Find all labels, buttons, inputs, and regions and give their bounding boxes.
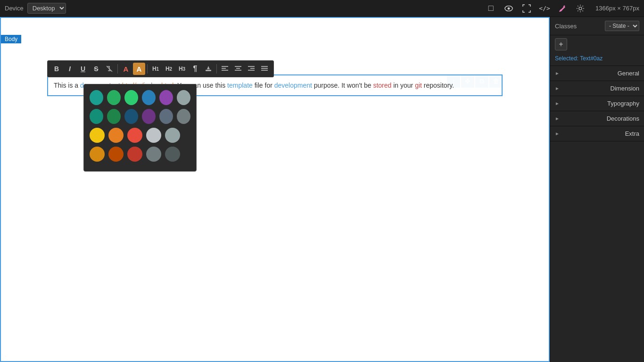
highlight-button[interactable] [202,63,215,75]
svg-point-3 [579,7,582,10]
classes-label: Classes [555,23,577,30]
color-swatch[interactable] [124,109,138,124]
selected-label: Selected: [555,55,578,62]
canvas-inner: Body B I U S A A H1 H2 H3 ¶ [1,18,549,361]
code-icon[interactable]: </> [538,2,551,15]
typography-arrow-icon: ► [555,101,560,106]
sidebar-section-typography: ► Typography [550,96,644,111]
color-swatch[interactable] [108,147,124,162]
selected-info: Selected: Text#0az [550,53,644,66]
sidebar-add-button[interactable]: + [555,38,567,50]
sidebar-typography-header[interactable]: ► Typography [550,96,644,111]
svg-rect-5 [206,70,211,71]
sidebar-section-extra: ► Extra [550,126,644,141]
sidebar-dimension-header[interactable]: ► Dimension [550,81,644,96]
canvas-area[interactable]: Body B I U S A A H1 H2 H3 ¶ [0,17,550,362]
color-swatch[interactable] [165,147,180,162]
dimension-label: Dimension [611,85,639,92]
color-swatch[interactable] [127,128,142,143]
color-swatch[interactable] [177,109,190,124]
color-swatch[interactable] [90,128,105,143]
color-row-2 [90,109,190,124]
device-select[interactable]: Desktop Tablet Mobile [27,3,66,14]
device-label: Device [5,5,24,12]
fullscreen-icon[interactable] [520,2,533,15]
h2-button[interactable]: H2 [163,63,175,75]
settings-icon[interactable] [574,2,587,15]
color-swatch[interactable] [90,90,103,105]
selected-value: Text#0az [580,55,603,62]
align-center-button[interactable] [232,63,244,75]
eye-icon[interactable] [502,2,515,15]
sidebar-decorations-header[interactable]: ► Decorations [550,111,644,126]
color-row-1 [90,90,190,105]
body-badge: Body [1,35,21,43]
align-left-button[interactable] [219,63,231,75]
extra-arrow-icon: ► [555,131,560,136]
main-layout: Body B I U S A A H1 H2 H3 ¶ [0,17,644,362]
h1-button[interactable]: H1 [149,63,162,75]
dimension-arrow-icon: ► [555,86,560,91]
resolution-display: 1366px × 767px [595,5,639,12]
color-swatch[interactable] [142,109,156,124]
topbar-icons: □ </> 1366px × 767px [484,2,639,15]
no-format-button[interactable] [103,63,116,75]
right-sidebar: Classes - State - hover active focus + S… [550,17,644,362]
color-swatch[interactable] [146,147,161,162]
sidebar-header: Classes - State - hover active focus [550,17,644,35]
topbar-left: Device Desktop Tablet Mobile [5,3,66,14]
sidebar-general-header[interactable]: ► General [550,66,644,81]
color-row-4 [90,147,190,162]
color-swatch[interactable] [108,128,124,143]
italic-button[interactable]: I [64,63,76,75]
typography-label: Typography [607,100,639,107]
general-arrow-icon: ► [555,71,560,76]
square-icon[interactable]: □ [484,2,497,15]
underline-button[interactable]: U [77,63,89,75]
color-swatch[interactable] [165,128,180,143]
state-dropdown[interactable]: - State - hover active focus [605,21,639,31]
svg-point-1 [508,7,510,9]
color-picker-popup [83,84,197,172]
color-swatch[interactable] [146,128,161,143]
color-row-3 [90,128,190,143]
strikethrough-button[interactable]: S [90,63,102,75]
sidebar-section-decorations: ► Decorations [550,111,644,126]
bold-button[interactable]: B [50,63,63,75]
color-swatch[interactable] [107,90,121,105]
color-swatch[interactable] [177,90,190,105]
brush-icon[interactable] [556,2,569,15]
color-swatch[interactable] [159,109,173,124]
font-bg-button[interactable]: A [133,63,145,75]
paragraph-button[interactable]: ¶ [189,63,201,75]
sidebar-extra-header[interactable]: ► Extra [550,126,644,141]
sidebar-section-dimension: ► Dimension [550,81,644,96]
extra-label: Extra [625,130,639,137]
color-swatch[interactable] [124,90,138,105]
align-right-button[interactable] [245,63,257,75]
color-swatch[interactable] [142,90,156,105]
color-swatch[interactable] [159,90,173,105]
color-swatch[interactable] [90,147,105,162]
general-label: General [618,70,639,77]
decorations-label: Decorations [607,115,639,122]
color-swatch[interactable] [127,147,142,162]
decorations-arrow-icon: ► [555,116,560,121]
font-color-button[interactable]: A [120,63,132,75]
justify-button[interactable] [258,63,271,75]
color-swatch[interactable] [107,109,121,124]
sidebar-section-general: ► General [550,66,644,81]
topbar: Device Desktop Tablet Mobile □ </> 1366p… [0,0,644,17]
h3-button[interactable]: H3 [176,63,188,75]
text-toolbar: B I U S A A H1 H2 H3 ¶ [47,60,274,77]
color-swatch[interactable] [90,109,103,124]
